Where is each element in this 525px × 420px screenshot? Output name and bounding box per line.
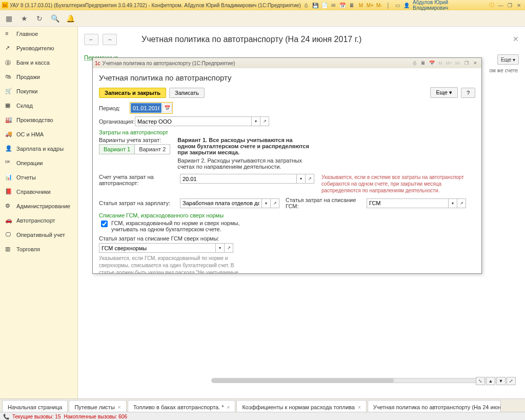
dlg-help-button[interactable]: ? [461,88,475,98]
tab-close-icon[interactable]: × [358,405,361,410]
sidebar-label: Оперативный учет [16,232,65,238]
window-title: УАУ 8 (3.17.03.01) (БухгалтерияПредприят… [10,3,301,8]
mplus-icon[interactable]: M+ [366,2,374,9]
dlg-print-icon[interactable]: ⎙ [410,59,418,67]
sidebar-item-manager[interactable]: ↗Руководителю [0,41,77,55]
account-dropdown-icon[interactable]: ▾ [297,174,306,184]
back-button[interactable]: ← [84,34,98,45]
restore-icon[interactable]: ❐ [506,2,514,9]
search-icon[interactable]: 🔍 [50,14,59,23]
calendar-picker-icon[interactable]: 📅 [163,104,172,112]
scroll-ctrl-1[interactable]: ⤡ [476,377,485,385]
apps-icon[interactable]: ▦ [4,14,13,23]
scroll-ctrl-2[interactable]: ▲ [486,377,495,385]
info-icon[interactable]: ⓘ [488,2,496,9]
m-icon[interactable]: M [357,2,365,9]
tab-waybills[interactable]: Путевые листы× [69,400,126,412]
star-icon[interactable]: ★ [19,14,29,23]
account-open-icon[interactable]: ↗ [306,174,314,184]
tab-start[interactable]: Начальная страница [2,400,68,412]
tab-policy[interactable]: Учетная политика по автотранспорту (На 2… [368,400,501,412]
sidebar-item-admin[interactable]: ⚙Администрирование [0,199,77,213]
gsm-open-icon[interactable]: ↗ [457,198,466,208]
tabs-bar: Начальная страница Путевые листы× Топлив… [0,398,525,412]
dlg-more-button[interactable]: Еще ▾ [430,87,457,98]
h-scrollbar[interactable] [211,378,516,383]
scroll-ctrl-4[interactable]: ⤢ [507,377,516,385]
dlg-m-icon[interactable]: M [436,59,445,67]
scroll-ctrl-3[interactable]: ▼ [496,377,506,385]
gsm-checkbox-label: ГСМ, израсходованный по норме и сверх но… [111,220,265,232]
tab-coef[interactable]: Коэффициенты к нормам расхода топлива× [236,400,366,412]
close-page-icon[interactable]: ✕ [513,35,519,43]
variant1-desc: Вариант 1. Все расходы учитываются на од… [177,137,311,155]
salary-dropdown-icon[interactable]: ▾ [262,198,271,208]
variant2-button[interactable]: Вариант 2 [135,145,170,154]
sidebar-item-operations[interactable]: ᴰᴷОперации [0,156,77,170]
over-open-icon[interactable]: ↗ [225,243,233,253]
main-toolbar: ▦ ★ ↻ 🔍 🔔 [0,10,525,27]
mail-icon[interactable]: ✉ [329,2,337,9]
dlg-mminus-icon[interactable]: M- [454,59,462,67]
history-icon[interactable]: ↻ [35,14,44,23]
sidebar-item-trade[interactable]: ▥Торговля [0,242,77,256]
dialog-titlebar[interactable]: 1c Учетная политика по автотранспорту (1… [93,58,481,68]
sidebar-item-refs[interactable]: 📕Справочники [0,185,77,199]
sidebar-item-purchases[interactable]: 🛒Покупки [0,84,77,98]
sidebar-item-main[interactable]: ≡Главное [0,27,77,41]
org-input[interactable] [135,116,252,126]
sidebar-item-assets[interactable]: 🚚ОС и НМА [0,127,77,142]
salary-open-icon[interactable]: ↗ [271,198,279,208]
gsm-checkbox[interactable] [101,221,108,227]
monitor-icon: 🖵 [5,231,12,238]
tab-fuel[interactable]: Топливо в баках автотранспорта. *× [128,400,236,412]
over-label: Статья затрат на списание ГСМ сверх норм… [99,235,475,242]
gsm-input[interactable] [367,198,449,208]
sidebar-item-production[interactable]: 🏭Производство [0,113,77,127]
factory-icon: 🏭 [5,116,12,124]
sidebar-item-sales[interactable]: 🛍Продажи [0,70,77,84]
dialog-heading: Учетная политика по автотранспорту [99,73,475,82]
more-button[interactable]: Еще ▾ [497,54,519,65]
tab-close-icon[interactable]: × [227,405,230,410]
org-dropdown-icon[interactable]: ▾ [252,116,260,126]
close-window-icon[interactable]: ✕ [515,2,523,9]
doc-icon[interactable]: 📄 [320,2,329,9]
org-open-icon[interactable]: ↗ [260,116,269,126]
dlg-cal-icon[interactable]: 📅 [428,59,436,67]
dlg-mplus-icon[interactable]: M+ [445,59,453,67]
calc-icon[interactable]: 🖩 [348,2,356,9]
sidebar-item-reports[interactable]: 📊Отчеты [0,170,77,185]
minimize-icon[interactable]: — [496,2,504,9]
period-input[interactable] [131,103,161,113]
sidebar-item-hr[interactable]: 👤Зарплата и кадры [0,142,77,156]
tab-close-icon[interactable]: × [118,405,121,410]
sidebar-item-bank[interactable]: ⒷБанк и касса [0,55,77,70]
save-close-button[interactable]: Записать и закрыть [99,88,166,98]
over-input[interactable] [99,243,216,253]
save-icon[interactable]: 💾 [311,2,319,9]
dialog-logo-icon: 1c [95,61,100,66]
windows-icon[interactable]: ▭ [393,2,401,9]
salary-input[interactable] [180,198,262,208]
bell-icon[interactable]: 🔔 [66,14,75,23]
mminus-icon[interactable]: M- [375,2,383,9]
forward-button[interactable]: → [103,34,117,45]
dlg-close-icon[interactable]: ✕ [471,59,479,67]
dlg-calc-icon[interactable]: 🖩 [419,59,427,67]
user-icon: 👤 [402,2,411,9]
variant1-button[interactable]: Вариант 1 [99,145,135,154]
sidebar-item-auto[interactable]: 🚗Автотранспорт [0,213,77,228]
sidebar-item-warehouse[interactable]: ▦Склад [0,98,77,113]
sidebar-item-operative[interactable]: 🖵Оперативный учет [0,228,77,242]
user-name[interactable]: Абдулов Юрий Владимирович [413,0,484,11]
status-phone-icon[interactable]: 📞 [3,414,9,419]
sidebar-label: Продажи [16,74,40,80]
save-button[interactable]: Записать [169,88,205,98]
account-input[interactable] [180,174,297,184]
gsm-dropdown-icon[interactable]: ▾ [449,198,457,208]
print-icon[interactable]: ⎙ [302,2,310,9]
over-dropdown-icon[interactable]: ▾ [216,243,225,253]
calendar-icon[interactable]: 📅 [338,2,347,9]
dlg-restore-icon[interactable]: ❐ [462,59,471,67]
